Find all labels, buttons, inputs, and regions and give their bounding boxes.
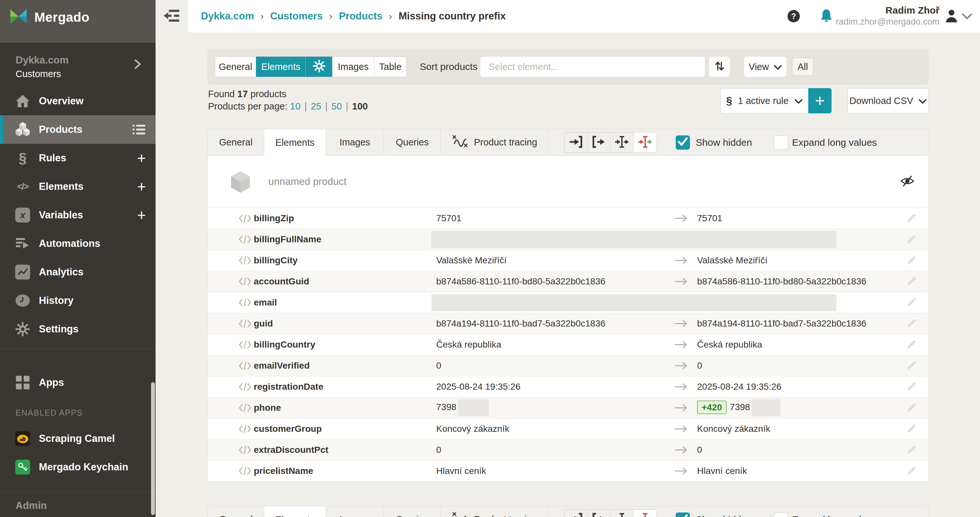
element-value: 7398 [436,400,489,417]
sidebar-scrollbar[interactable] [151,382,155,515]
list-icon[interactable] [132,124,146,135]
masked-value [458,400,489,417]
tab-elements[interactable]: Elements [264,129,326,156]
view-tab-elements[interactable]: Elements [256,57,306,77]
topbar: Dykka.com›Customers›Products›Missing cou… [156,0,980,32]
edit-icon[interactable] [905,338,918,351]
view-dropdown[interactable]: View [744,57,786,77]
collapse-sidebar-button[interactable] [156,0,188,32]
select-element-input[interactable] [480,57,705,77]
sidebar-item-variables[interactable]: xVariables+ [0,201,156,229]
copy-from-column-button[interactable] [587,133,611,152]
per-page-option-10[interactable]: 10 [290,101,301,111]
merge-columns-diff-button[interactable] [633,133,657,152]
edit-icon[interactable] [905,444,918,456]
merge-columns-button[interactable] [611,133,633,152]
tab-product-tracing[interactable]: Product tracing [441,506,549,517]
sidebar-item-admin[interactable]: Admin [0,498,156,513]
copy-from-column-button[interactable] [587,509,611,517]
breadcrumb-link[interactable]: Customers [270,10,323,22]
sidebar-item-label: Overview [39,95,84,107]
element-row: accountGuidb874a586-8110-11f0-bd80-5a322… [208,271,929,292]
breadcrumb-link[interactable]: Dykka.com [201,10,254,22]
per-page-option-25[interactable]: 25 [311,101,321,111]
sort-direction-button[interactable] [709,57,730,77]
column-tools-group [564,509,657,517]
edit-icon[interactable] [905,317,918,330]
sidebar-item-label: Settings [39,323,78,335]
tab-product-tracing[interactable]: Product tracing [441,129,549,155]
expand-long-values-checkbox[interactable] [774,512,788,517]
add-icon[interactable]: + [137,179,146,194]
help-button[interactable]: ? [788,10,800,22]
element-rows: billingZip7570175701billingFullNamebilli… [208,208,929,481]
paste-into-column-button[interactable] [565,133,587,152]
expand-long-values-label: Expand long values [792,506,877,517]
sidebar-item-settings[interactable]: Settings [0,315,156,343]
breadcrumb-link[interactable]: Products [339,10,382,22]
edit-icon[interactable] [905,212,918,225]
tab-general[interactable]: General [208,506,264,517]
sidebar-item-automations[interactable]: Automations [0,229,156,258]
notifications-button[interactable] [820,9,833,25]
tab-queries[interactable]: Queries [384,506,441,517]
expand-long-values-checkbox[interactable] [774,135,788,150]
element-code-icon [239,382,251,392]
sidebar-item-apps[interactable]: Apps [0,368,156,397]
tab-label: Elements [275,137,315,148]
all-button[interactable]: All [792,58,813,76]
keychain-icon [13,460,32,474]
breadcrumb-separator: › [261,11,264,22]
add-icon[interactable]: + [137,208,146,222]
sidebar-item-products[interactable]: Products [0,115,156,144]
sidebar-item-overview[interactable]: Overview [0,87,156,115]
user-name: Radim Zhoř [836,5,940,16]
sidebar-item-scraping-camel[interactable]: Scraping Camel [0,424,156,453]
chevron-down-icon[interactable] [961,13,972,21]
sidebar-item-analytics[interactable]: Analytics [0,258,156,286]
mergado-logo[interactable]: Mergado [0,0,156,43]
element-name: billingFullName [254,234,321,244]
download-csv-button[interactable]: Download CSV [848,88,929,113]
edit-icon[interactable] [905,465,918,477]
project-switcher[interactable]: Dykka.com Customers [0,43,156,87]
view-tab-general[interactable]: General [215,57,256,77]
sidebar-item-history[interactable]: History [0,286,156,315]
edit-icon[interactable] [905,360,918,372]
sidebar-item-elements[interactable]: </>Elements+ [0,172,156,201]
tab-elements[interactable]: Elements [264,506,326,517]
paste-into-column-button[interactable] [565,509,587,517]
elements-settings-button[interactable] [306,57,332,77]
user-menu[interactable]: Radim Zhoř radim.zhor@mergado.com [836,5,940,27]
edit-icon[interactable] [905,254,918,266]
eye-off-icon[interactable] [900,174,915,189]
edit-icon[interactable] [905,423,918,435]
tab-queries[interactable]: Queries [384,129,441,155]
merge-columns-diff-button[interactable] [633,509,657,517]
edit-icon[interactable] [905,233,918,246]
tab-images[interactable]: Images [326,506,384,517]
tab-images[interactable]: Images [326,129,384,155]
edit-icon[interactable] [905,402,918,414]
tab-general[interactable]: General [208,129,264,155]
add-rule-button[interactable]: + [808,88,832,113]
sidebar-item-label: Products [39,124,82,135]
collapse-sidebar-icon [162,6,181,26]
view-tab-table[interactable]: Table [374,57,406,77]
sidebar-item-mergado-keychain[interactable]: Mergado Keychain [0,453,156,481]
show-hidden-checkbox[interactable] [676,512,690,517]
show-hidden-checkbox[interactable] [676,135,690,150]
sidebar-item-rules[interactable]: §Rules+ [0,144,156,172]
view-tab-images[interactable]: Images [332,57,374,77]
user-avatar-icon[interactable] [946,10,957,24]
tab-label: Images [339,137,370,148]
edit-icon[interactable] [905,297,918,309]
active-rule-dropdown[interactable]: § 1 active rule [721,88,808,113]
merge-columns-button[interactable] [611,509,633,517]
view-dropdown-label: View [749,62,769,72]
element-name: extraDiscountPct [254,445,328,455]
add-icon[interactable]: + [137,151,146,165]
edit-icon[interactable] [905,381,918,393]
per-page-option-50[interactable]: 50 [331,101,342,111]
edit-icon[interactable] [905,275,918,288]
